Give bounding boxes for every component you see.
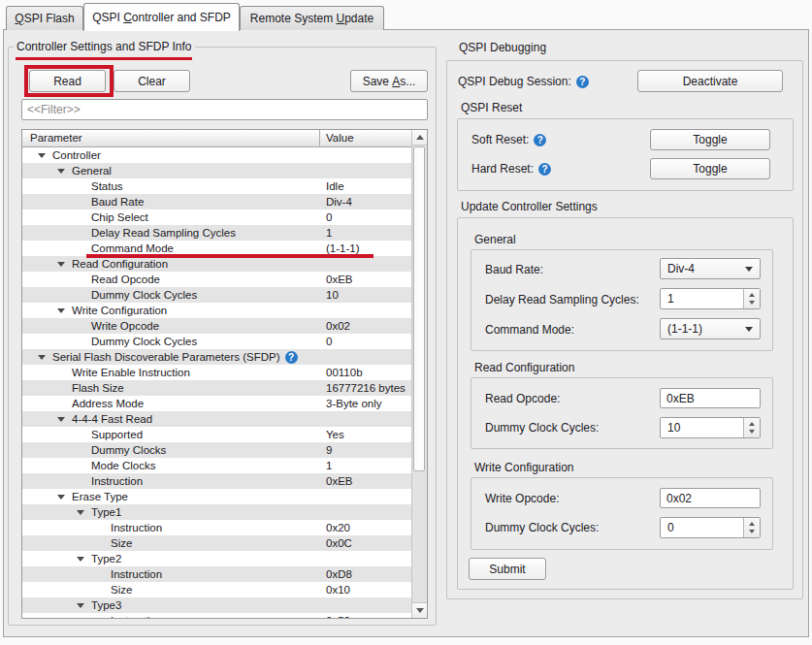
table-row[interactable]: Mode Clocks1 — [22, 458, 411, 473]
spinner-buttons[interactable] — [743, 518, 760, 537]
parameter-name: Status — [91, 178, 123, 194]
baud-rate-dropdown[interactable]: Div-4 — [660, 258, 761, 279]
table-row[interactable]: Baud RateDiv-4 — [22, 194, 411, 210]
deactivate-button[interactable]: Deactivate — [637, 70, 783, 92]
debug-session-label-text: QSPI Debug Session: — [458, 75, 571, 88]
help-icon[interactable]: ? — [576, 76, 589, 88]
tree-expander-icon[interactable] — [38, 153, 46, 158]
tree-expander-icon[interactable] — [57, 417, 65, 422]
table-row[interactable]: Type1 — [22, 504, 411, 520]
write-opcode-input[interactable] — [660, 488, 761, 508]
parameter-name-text: Write Configuration — [72, 305, 167, 316]
table-row[interactable]: Dummy Clock Cycles10 — [22, 287, 411, 303]
parameter-name-text: Command Mode — [91, 242, 174, 254]
help-icon[interactable]: ? — [538, 163, 551, 176]
spinner-buttons[interactable] — [743, 289, 760, 308]
read-dummy-clock-cycles-spinner[interactable]: 10 — [660, 417, 761, 438]
tree-expander-icon[interactable] — [57, 262, 65, 267]
table-row[interactable]: Instruction0xEB — [22, 473, 411, 489]
spin-down-icon[interactable] — [749, 301, 755, 305]
parameter-name: Serial Flash Discoverable Parameters (SF… — [52, 349, 298, 365]
table-row[interactable]: Delay Read Sampling Cycles1 — [22, 225, 411, 241]
spin-up-icon[interactable] — [749, 522, 755, 526]
help-icon[interactable]: ? — [285, 351, 298, 364]
scroll-down-button[interactable] — [412, 602, 427, 618]
parameter-value: 0 — [326, 334, 332, 349]
help-icon[interactable]: ? — [534, 134, 546, 146]
table-row[interactable]: Size0x0C — [22, 535, 411, 551]
table-row[interactable]: Read Configuration — [22, 256, 411, 272]
command-mode-dropdown[interactable]: (1-1-1) — [660, 318, 761, 339]
write-dummy-clock-cycles-spinner[interactable]: 0 — [660, 517, 761, 538]
spinner-buttons[interactable] — [743, 418, 760, 437]
table-row[interactable]: Chip Select0 — [22, 210, 411, 225]
table-row[interactable]: Write Opcode0x02 — [22, 318, 411, 334]
tree-expander-icon[interactable] — [38, 355, 46, 360]
table-row[interactable]: 4-4-4 Fast Read — [22, 411, 411, 427]
table-row[interactable]: Read Opcode0xEB — [22, 272, 411, 287]
spin-down-icon[interactable] — [749, 530, 755, 533]
table-row[interactable]: Write Enable Instruction00110b — [22, 365, 411, 380]
table-row[interactable]: Type2 — [22, 551, 411, 566]
read-opcode-input[interactable] — [660, 388, 761, 408]
parameter-name-text: Read Configuration — [72, 258, 168, 270]
table-row[interactable]: Command Mode(1-1-1) — [22, 241, 411, 256]
chevron-down-icon — [745, 267, 753, 272]
tab-label: SPI Flash — [24, 12, 75, 25]
spin-up-icon[interactable] — [749, 293, 755, 297]
parameter-name: Write Enable Instruction — [72, 365, 190, 380]
soft-reset-toggle-button[interactable]: Toggle — [650, 129, 770, 150]
delay-read-sampling-cycles-label: Delay Read Sampling Cycles: — [485, 293, 639, 306]
table-row[interactable]: Erase Type — [22, 489, 411, 504]
delay-read-sampling-cycles-spinner[interactable]: 1 — [660, 288, 761, 309]
write-dummy-clock-cycles-label: Dummy Clock Cycles: — [485, 521, 599, 534]
write-opcode-label: Write Opcode: — [485, 492, 559, 505]
save-as-button[interactable]: Save As... — [350, 70, 428, 92]
parameter-value: Idle — [326, 178, 344, 194]
scroll-up-button[interactable] — [412, 130, 427, 145]
parameter-name-text: Delay Read Sampling Cycles — [91, 227, 236, 239]
tab-remote-system-update[interactable]: Remote System Update — [240, 6, 384, 30]
scrollbar-thumb[interactable] — [413, 146, 425, 471]
parameter-name-text: Status — [91, 180, 123, 192]
hard-reset-toggle-button[interactable]: Toggle — [650, 158, 770, 179]
table-row[interactable]: Dummy Clock Cycles0 — [22, 334, 411, 349]
table-row[interactable]: Controller — [22, 147, 411, 163]
table-row[interactable]: Address Mode3-Byte only — [22, 396, 411, 411]
table-row[interactable]: StatusIdle — [22, 178, 411, 194]
parameter-value: 0xEB — [326, 473, 353, 489]
column-header-value[interactable]: Value — [320, 130, 411, 146]
table-row[interactable]: SupportedYes — [22, 427, 411, 442]
table-row[interactable]: Flash Size16777216 bytes — [22, 380, 411, 396]
parameter-value: 0xD8 — [326, 566, 352, 582]
clear-button[interactable]: Clear — [114, 70, 190, 92]
read-button[interactable]: Read — [29, 70, 106, 92]
spin-up-icon[interactable] — [749, 422, 755, 426]
tree-expander-icon[interactable] — [77, 603, 84, 608]
tree-expander-icon[interactable] — [57, 495, 65, 500]
spin-down-icon[interactable] — [749, 430, 755, 434]
parameter-name: Type3 — [91, 597, 121, 613]
submit-button[interactable]: Submit — [469, 558, 546, 580]
table-row[interactable]: Dummy Clocks9 — [22, 442, 411, 458]
table-row[interactable]: Instruction0x52 — [22, 613, 411, 618]
column-header-parameter[interactable]: Parameter — [22, 130, 320, 146]
table-row[interactable]: Type3 — [22, 597, 411, 613]
table-row[interactable]: Size0x10 — [22, 582, 411, 597]
table-row[interactable]: Serial Flash Discoverable Parameters (SF… — [22, 349, 411, 365]
vertical-scrollbar[interactable] — [411, 130, 427, 618]
tree-expander-icon[interactable] — [77, 510, 84, 515]
tree-expander-icon[interactable] — [57, 169, 65, 174]
table-row[interactable]: General — [22, 163, 411, 178]
tab-qspi-flash[interactable]: QSPI Flash — [6, 6, 83, 30]
parameter-value: 0x02 — [326, 318, 350, 334]
table-row[interactable]: Instruction0x20 — [22, 520, 411, 535]
parameter-name-text: Chip Select — [91, 211, 148, 223]
table-row[interactable]: Write Configuration — [22, 303, 411, 318]
parameter-name: Supported — [91, 427, 143, 442]
tree-expander-icon[interactable] — [57, 308, 65, 313]
tree-expander-icon[interactable] — [77, 557, 84, 562]
filter-input[interactable] — [21, 99, 428, 120]
table-row[interactable]: Instruction0xD8 — [22, 566, 411, 582]
tab-qspi-controller-and-sfdp[interactable]: QSPI Controller and SFDP — [83, 3, 240, 31]
